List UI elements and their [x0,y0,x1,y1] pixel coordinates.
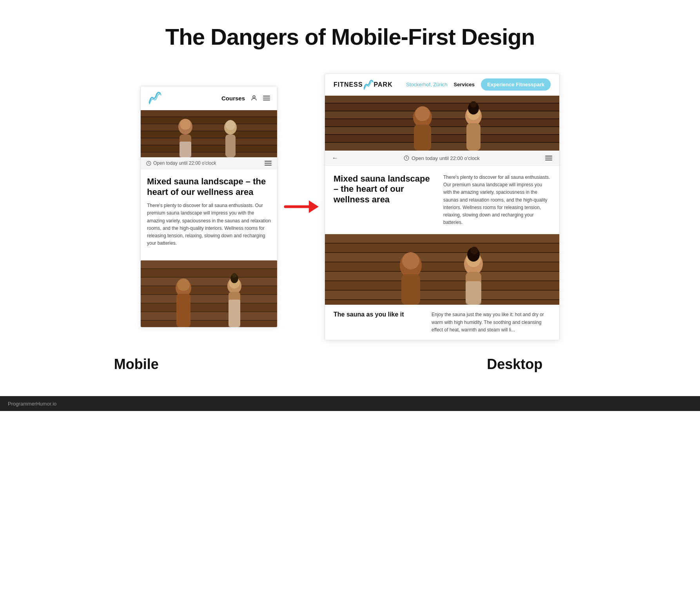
mobile-nav: Courses [141,86,277,110]
page-title: The Dangers of Mobile-First Design [165,24,535,50]
desktop-status-menu-icon[interactable] [545,156,552,160]
svg-rect-5 [141,131,277,138]
desktop-status-bar: ← Open today until 22:00 o'clock [325,151,559,166]
svg-rect-4 [141,124,277,131]
desktop-nav: FITNESS PARK Stockerhof, Zürich Services… [325,74,559,96]
svg-rect-22 [141,295,277,303]
svg-rect-8 [141,153,277,157]
svg-point-52 [470,101,477,107]
svg-point-46 [415,106,430,121]
mobile-body-text: There's plenty to discover for all sauna… [147,202,271,247]
svg-rect-28 [176,294,190,327]
mobile-mockup: Courses [140,86,277,327]
svg-rect-43 [325,135,559,142]
desktop-second-body-text: Enjoy the sauna just the way you like it… [432,311,551,334]
desktop-logo-wave-icon [363,80,374,90]
desktop-main-content: Mixed sauna landscape – the heart of our… [325,166,559,234]
svg-rect-44 [325,143,559,151]
desktop-logo-text-post: PARK [374,81,393,88]
mobile-hero-image [141,110,277,157]
svg-rect-6 [141,138,277,145]
desktop-body-text: There's plenty to discover for all sauna… [443,174,551,226]
svg-rect-60 [325,281,559,290]
desktop-heading: Mixed sauna landscape – the heart of our… [334,174,435,205]
svg-rect-40 [325,111,559,118]
svg-rect-57 [325,253,559,262]
desktop-label: Desktop [487,356,542,372]
svg-point-34 [232,273,237,278]
svg-rect-58 [325,262,559,271]
svg-rect-38 [325,96,559,103]
desktop-second-heading-col: The sauna as you like it [334,311,424,318]
mobile-person-icon [250,95,258,102]
svg-point-0 [253,96,255,98]
svg-rect-24 [141,312,277,320]
desktop-hero-svg [325,96,559,151]
svg-rect-61 [325,291,559,299]
comparison-container: Courses [0,73,700,340]
svg-point-64 [402,252,419,269]
svg-rect-20 [141,278,277,286]
svg-rect-32 [228,300,240,327]
svg-rect-3 [141,117,277,124]
desktop-second-heading-text: The sauna as you like it [334,311,404,318]
svg-rect-18 [141,260,277,268]
svg-rect-15 [180,142,191,157]
svg-rect-41 [325,119,559,126]
svg-rect-50 [466,123,481,151]
desktop-nav-link-location[interactable]: Stockerhof, Zürich [406,82,448,87]
desktop-cta-button[interactable]: Experience Fitnesspark [481,78,551,91]
mobile-open-text: Open today until 22:00 o'clock [153,160,216,166]
svg-rect-56 [325,244,559,252]
desktop-mockup: FITNESS PARK Stockerhof, Zürich Services… [325,73,560,340]
svg-point-70 [470,247,478,255]
desktop-open-text: Open today until 22:00 o'clock [412,155,480,161]
svg-rect-47 [414,125,431,151]
mobile-heading: Mixed sauna landscape – the heart of our… [147,176,271,197]
desktop-nav-link-services[interactable]: Services [454,82,475,87]
svg-point-10 [180,119,191,130]
clock-icon [146,161,151,166]
mobile-second-svg [141,260,277,327]
mobile-logo [148,92,162,104]
desktop-second-image [325,234,559,305]
svg-rect-62 [325,300,559,305]
mobile-second-image [141,260,277,327]
footer: ProgrammerHumor.io [0,396,700,411]
mobile-hero-svg [141,110,277,157]
svg-rect-71 [466,281,481,305]
mobile-courses-label[interactable]: Courses [221,95,245,102]
svg-rect-21 [141,286,277,294]
desktop-second-svg [325,234,559,305]
mobile-status-left: Open today until 22:00 o'clock [146,160,216,166]
back-arrow-icon[interactable]: ← [332,155,338,162]
desktop-clock-icon [404,155,409,161]
arrow-container [277,195,325,218]
desktop-heading-col: Mixed sauna landscape – the heart of our… [334,174,435,226]
svg-rect-19 [141,269,277,277]
desktop-hero-image [325,96,559,151]
comparison-arrow-icon [283,195,319,218]
svg-rect-14 [225,135,236,157]
svg-rect-2 [141,110,277,116]
svg-point-27 [177,278,190,291]
desktop-second-content: The sauna as you like it Enjoy the sauna… [325,305,559,340]
mobile-label: Mobile [114,356,159,372]
svg-rect-25 [141,321,277,327]
svg-rect-42 [325,127,559,134]
svg-rect-23 [141,304,277,311]
desktop-logo: FITNESS PARK [334,80,393,90]
svg-marker-36 [309,200,319,213]
svg-rect-65 [401,274,420,305]
svg-rect-39 [325,104,559,111]
labels-row: Mobile Desktop [0,356,700,373]
mobile-nav-links: Courses [221,95,270,102]
footer-brand: ProgrammerHumor.io [8,401,56,407]
mobile-menu-icon[interactable] [263,96,270,100]
svg-rect-7 [141,145,277,152]
mobile-status-menu-icon[interactable] [265,161,272,166]
svg-point-13 [226,120,235,130]
desktop-text-col: There's plenty to discover for all sauna… [435,174,551,226]
fitness-logo-icon [148,92,162,104]
desktop-nav-links: Stockerhof, Zürich Services Experience F… [406,78,551,91]
